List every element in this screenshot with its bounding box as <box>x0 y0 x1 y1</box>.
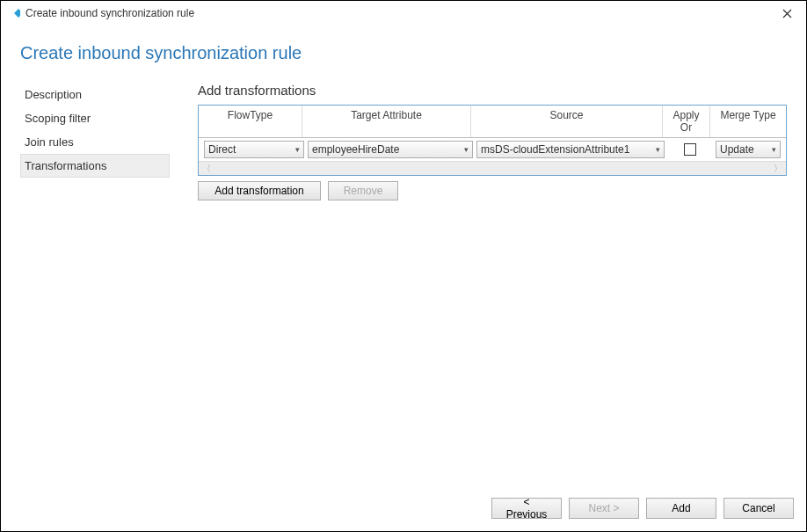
add-button[interactable]: Add <box>646 498 716 519</box>
grid-row: Direct ▾ employeeHireDate ▾ msDS-cloudEx… <box>199 138 786 161</box>
window-title: Create inbound synchronization rule <box>25 7 774 19</box>
transformations-grid: FlowType Target Attribute Source Apply O… <box>198 105 787 176</box>
col-header-merge-type: Merge Type <box>710 106 786 137</box>
chevron-down-icon: ▾ <box>656 145 660 154</box>
flowtype-value: Direct <box>208 143 236 156</box>
apply-once-checkbox[interactable] <box>684 143 696 156</box>
col-header-target-attribute: Target Attribute <box>302 106 471 137</box>
sidenav-item-scoping-filter[interactable]: Scoping filter <box>20 106 170 130</box>
merge-type-value: Update <box>720 143 754 156</box>
cancel-button[interactable]: Cancel <box>723 498 794 519</box>
wizard-footer: < Previous Next > Add Cancel <box>1 489 806 531</box>
next-button[interactable]: Next > <box>569 498 639 519</box>
col-header-source: Source <box>471 106 663 137</box>
grid-header: FlowType Target Attribute Source Apply O… <box>199 106 786 138</box>
scroll-left-icon[interactable]: 〈 <box>202 163 211 175</box>
sidenav-item-transformations[interactable]: Transformations <box>20 154 170 178</box>
horizontal-scrollbar[interactable]: 〈 〉 <box>199 161 786 175</box>
close-icon[interactable] <box>774 4 799 22</box>
page-title: Create inbound synchronization rule <box>20 43 787 63</box>
merge-type-dropdown[interactable]: Update ▾ <box>716 141 781 158</box>
target-attribute-dropdown[interactable]: employeeHireDate ▾ <box>308 141 473 158</box>
app-icon <box>8 7 20 19</box>
flowtype-dropdown[interactable]: Direct ▾ <box>204 141 304 158</box>
svg-rect-0 <box>14 9 20 18</box>
source-value: msDS-cloudExtensionAttribute1 <box>481 143 629 156</box>
scroll-right-icon[interactable]: 〉 <box>774 163 782 175</box>
main-panel: Add transformations FlowType Target Attr… <box>198 83 787 200</box>
remove-button[interactable]: Remove <box>328 181 398 200</box>
target-attribute-value: employeeHireDate <box>312 143 399 156</box>
titlebar: Create inbound synchronization rule <box>1 1 806 26</box>
add-transformation-button[interactable]: Add transformation <box>198 181 321 200</box>
col-header-flowtype: FlowType <box>199 106 302 137</box>
previous-button[interactable]: < Previous <box>491 498 562 519</box>
chevron-down-icon: ▾ <box>772 145 776 154</box>
chevron-down-icon: ▾ <box>464 145 469 154</box>
section-title: Add transformations <box>198 83 787 98</box>
chevron-down-icon: ▾ <box>295 145 300 154</box>
side-nav: Description Scoping filter Join rules Tr… <box>20 83 170 178</box>
sidenav-item-join-rules[interactable]: Join rules <box>20 130 170 154</box>
sidenav-item-description[interactable]: Description <box>20 83 170 106</box>
source-dropdown[interactable]: msDS-cloudExtensionAttribute1 ▾ <box>476 141 665 158</box>
col-header-apply-once: Apply Or <box>663 106 710 137</box>
